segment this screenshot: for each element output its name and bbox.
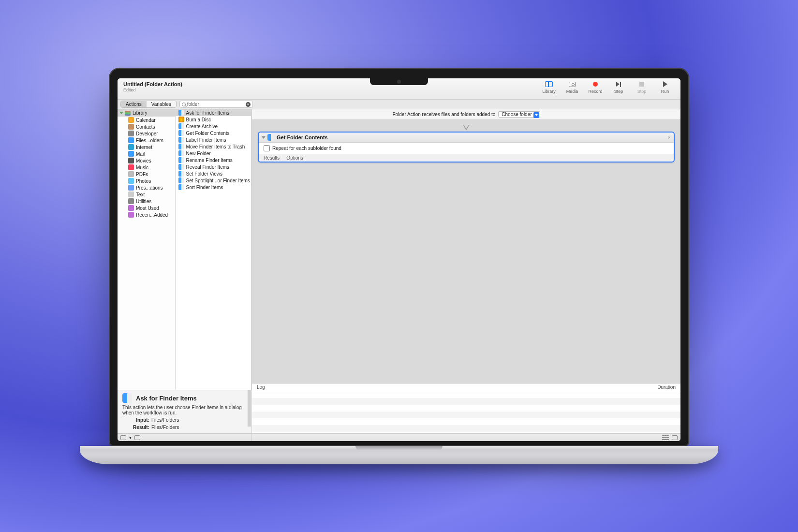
- library-item[interactable]: Calendar: [118, 117, 175, 123]
- variables-view-icon[interactable]: [672, 435, 678, 440]
- library-item[interactable]: Recen...Added: [118, 211, 175, 218]
- dropdown-icon: [533, 112, 539, 118]
- library-item[interactable]: Photos: [118, 177, 175, 184]
- library-item[interactable]: Internet: [118, 144, 175, 150]
- record-icon: [593, 82, 598, 87]
- library-item[interactable]: Pres...ations: [118, 184, 175, 191]
- action-card[interactable]: Get Folder Contents × Repeat for each su…: [258, 132, 675, 163]
- resizer-handle[interactable]: [248, 390, 251, 427]
- gear-icon[interactable]: [120, 435, 126, 440]
- groups-icon[interactable]: [134, 435, 140, 440]
- library-item[interactable]: Most Used: [118, 205, 175, 211]
- step-icon: [616, 82, 621, 87]
- action-item[interactable]: Burn a Disc: [176, 116, 251, 123]
- library-header[interactable]: Library: [118, 109, 175, 117]
- action-item[interactable]: Set Folder Views: [176, 170, 251, 177]
- workflow-header: Folder Action receives files and folders…: [252, 109, 680, 120]
- library-item[interactable]: Developer: [118, 130, 175, 137]
- list-view-icon[interactable]: [662, 435, 669, 440]
- description-title: Ask for Finder Items: [136, 395, 197, 402]
- action-item[interactable]: Reveal Finder Items: [176, 163, 251, 170]
- library-item[interactable]: Movies: [118, 157, 175, 164]
- library-item[interactable]: Text: [118, 191, 175, 198]
- repeat-subfolder-label: Repeat for each subfolder found: [272, 146, 341, 151]
- media-button[interactable]: Media: [562, 80, 582, 94]
- action-item[interactable]: Set Spotlight...or Finder Items: [176, 177, 251, 184]
- library-badge-icon: [125, 111, 131, 116]
- library-item[interactable]: Mail: [118, 150, 175, 157]
- choose-folder-dropdown[interactable]: Choose folder: [498, 111, 540, 118]
- tab-variables[interactable]: Variables: [147, 101, 176, 107]
- step-button[interactable]: Step: [609, 80, 628, 94]
- clear-search-icon[interactable]: ×: [246, 102, 251, 107]
- finder-icon: [267, 134, 274, 141]
- library-item[interactable]: PDFs: [118, 171, 175, 177]
- actions-list: Ask for Finder ItemsBurn a DiscCreate Ar…: [176, 109, 251, 390]
- description-text: This action lets the user choose Finder …: [122, 405, 247, 415]
- action-item[interactable]: Move Finder Items to Trash: [176, 143, 251, 150]
- library-list: Library CalendarContactsDeveloperFiles..…: [118, 109, 176, 390]
- automator-window: Untitled (Folder Action) Edited Library …: [118, 78, 680, 441]
- library-item[interactable]: Contacts: [118, 123, 175, 130]
- finder-icon: [122, 393, 132, 403]
- log-rows: [252, 391, 680, 433]
- action-card-title: Get Folder Contents: [277, 134, 328, 140]
- record-button[interactable]: Record: [586, 80, 605, 94]
- search-input[interactable]: folder ×: [179, 101, 253, 108]
- workflow-canvas[interactable]: Get Folder Contents × Repeat for each su…: [252, 120, 680, 383]
- action-item[interactable]: Label Finder Items: [176, 136, 251, 143]
- window-subtitle: Edited: [123, 88, 182, 92]
- library-item[interactable]: Utilities: [118, 198, 175, 205]
- search-value: folder: [187, 102, 199, 107]
- action-item[interactable]: Ask for Finder Items: [176, 109, 251, 116]
- bottom-strip-right: [252, 433, 680, 441]
- connector-icon: [460, 125, 472, 132]
- duration-column-header: Duration: [657, 384, 676, 390]
- library-item[interactable]: Music: [118, 164, 175, 171]
- stop-icon: [639, 82, 644, 87]
- repeat-subfolder-checkbox[interactable]: [264, 145, 270, 151]
- options-tab[interactable]: Options: [286, 155, 303, 161]
- search-icon: [182, 103, 186, 106]
- disclosure-icon[interactable]: [262, 136, 266, 139]
- description-panel: Ask for Finder Items This action lets th…: [118, 390, 251, 433]
- disclosure-icon: [119, 112, 123, 114]
- stop-button[interactable]: Stop: [632, 80, 651, 94]
- run-button[interactable]: Run: [655, 80, 675, 94]
- close-action-button[interactable]: ×: [668, 134, 671, 140]
- run-icon: [663, 81, 667, 87]
- log-column-header: Log: [257, 384, 265, 390]
- action-item[interactable]: Rename Finder Items: [176, 157, 251, 163]
- library-item[interactable]: Files...olders: [118, 137, 175, 144]
- window-title: Untitled (Folder Action): [123, 81, 182, 87]
- bottom-strip-left: ▾: [118, 433, 251, 441]
- library-button[interactable]: Library: [539, 80, 559, 94]
- library-icon: [545, 81, 553, 87]
- action-item[interactable]: Sort Finder Items: [176, 184, 251, 191]
- results-tab[interactable]: Results: [264, 155, 280, 161]
- media-icon: [569, 82, 576, 87]
- log-panel: Log Duration: [252, 383, 680, 441]
- tab-actions[interactable]: Actions: [121, 101, 147, 107]
- action-item[interactable]: Get Folder Contents: [176, 130, 251, 136]
- action-item[interactable]: Create Archive: [176, 123, 251, 130]
- tab-row: Actions Variables folder ×: [118, 100, 680, 109]
- action-item[interactable]: New Folder: [176, 150, 251, 157]
